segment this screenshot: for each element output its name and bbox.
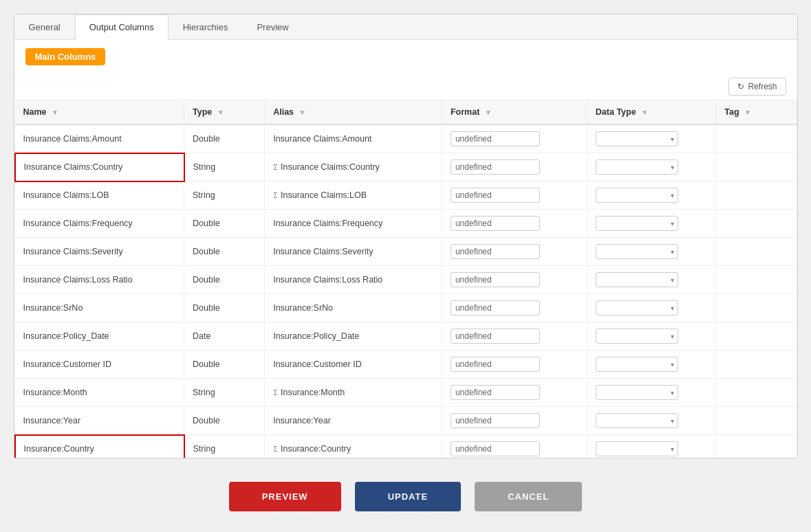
cell-datatype[interactable] <box>587 407 715 435</box>
cell-format[interactable] <box>442 322 587 351</box>
cell-alias: ΣInsurance Claims:LOB <box>265 181 442 210</box>
format-input[interactable] <box>451 385 540 400</box>
format-input[interactable] <box>451 300 540 315</box>
alias-filter-icon[interactable]: ▼ <box>299 109 306 116</box>
datatype-select[interactable] <box>596 216 678 231</box>
datatype-select[interactable] <box>596 131 678 146</box>
cell-format[interactable] <box>442 124 587 153</box>
tab-general[interactable]: General <box>14 14 75 39</box>
cell-datatype[interactable] <box>587 124 715 153</box>
cell-tag <box>716 322 797 351</box>
cell-datatype[interactable] <box>587 266 715 294</box>
datatype-select[interactable] <box>596 244 678 259</box>
col-header-type[interactable]: Type ▼ <box>184 100 265 124</box>
sigma-icon: Σ <box>273 191 278 199</box>
cell-format[interactable] <box>442 407 587 435</box>
name-filter-icon[interactable]: ▼ <box>52 109 58 116</box>
col-header-tag[interactable]: Tag ▼ <box>716 100 797 124</box>
datatype-select[interactable] <box>596 272 678 287</box>
datatype-select-wrapper[interactable] <box>596 272 678 287</box>
datatype-select-wrapper[interactable] <box>596 131 678 146</box>
cell-datatype[interactable] <box>587 153 715 181</box>
cell-format[interactable] <box>442 435 587 458</box>
cell-name: Insurance:Month <box>15 379 184 407</box>
format-input[interactable] <box>451 357 540 372</box>
cell-type: Double <box>184 238 265 266</box>
cell-datatype[interactable] <box>587 238 715 266</box>
cell-format[interactable] <box>442 153 587 181</box>
type-filter-icon[interactable]: ▼ <box>217 109 224 116</box>
format-input[interactable] <box>451 159 540 175</box>
datatype-select-wrapper[interactable] <box>596 244 678 259</box>
table-row: Insurance:Policy_DateDateInsurance:Polic… <box>15 322 797 351</box>
cell-format[interactable] <box>442 294 587 322</box>
col-header-name[interactable]: Name ▼ <box>15 100 184 124</box>
table-row: Insurance Claims:Loss RatioDoubleInsuran… <box>15 266 797 294</box>
format-input[interactable] <box>451 188 540 203</box>
cell-format[interactable] <box>442 238 587 266</box>
col-header-alias[interactable]: Alias ▼ <box>265 100 442 124</box>
format-input[interactable] <box>451 244 540 259</box>
cell-datatype[interactable] <box>587 181 715 210</box>
table-wrapper[interactable]: Name ▼ Type ▼ Alias ▼ Format ▼ <box>14 100 797 458</box>
datatype-select-wrapper[interactable] <box>596 441 678 456</box>
cell-alias: ΣInsurance:Country <box>265 435 442 458</box>
cell-datatype[interactable] <box>587 322 715 351</box>
format-input[interactable] <box>451 329 540 344</box>
datatype-select-wrapper[interactable] <box>596 329 678 344</box>
cell-format[interactable] <box>442 351 587 379</box>
tab-output-columns[interactable]: Output Columns <box>75 14 169 40</box>
cell-datatype[interactable] <box>587 379 715 407</box>
cell-name: Insurance:SrNo <box>15 294 184 322</box>
datatype-select[interactable] <box>596 357 678 372</box>
cell-name: Insurance Claims:Country <box>15 153 184 181</box>
tag-filter-icon[interactable]: ▼ <box>744 109 751 116</box>
cell-datatype[interactable] <box>587 351 715 379</box>
cell-format[interactable] <box>442 210 587 238</box>
datatype-select-wrapper[interactable] <box>596 385 678 400</box>
datatype-select[interactable] <box>596 441 678 456</box>
format-input[interactable] <box>451 413 540 428</box>
format-input[interactable] <box>451 441 540 456</box>
datatype-select-wrapper[interactable] <box>596 188 678 203</box>
datatype-select[interactable] <box>596 329 678 344</box>
cell-alias: Insurance Claims:Severity <box>265 238 442 266</box>
datatype-select-wrapper[interactable] <box>596 357 678 372</box>
cell-format[interactable] <box>442 379 587 407</box>
cell-format[interactable] <box>442 266 587 294</box>
datatype-select[interactable] <box>596 188 678 203</box>
datatype-select-wrapper[interactable] <box>596 413 678 428</box>
format-input[interactable] <box>451 272 540 287</box>
table-header-row: Name ▼ Type ▼ Alias ▼ Format ▼ <box>15 100 797 124</box>
datatype-select[interactable] <box>596 413 678 428</box>
refresh-icon: ↻ <box>737 82 744 91</box>
datatype-select[interactable] <box>596 300 678 315</box>
datatype-select-wrapper[interactable] <box>596 159 678 175</box>
tab-preview[interactable]: Preview <box>242 14 303 39</box>
cell-datatype[interactable] <box>587 294 715 322</box>
cell-datatype[interactable] <box>587 210 715 238</box>
tab-hierarchies[interactable]: Hierarchies <box>169 14 243 39</box>
datatype-select[interactable] <box>596 159 678 175</box>
datatype-select-wrapper[interactable] <box>596 216 678 231</box>
cell-tag <box>716 238 797 266</box>
update-button[interactable]: UPDATE <box>355 482 461 511</box>
cell-alias: Insurance:Policy_Date <box>265 322 442 351</box>
cell-datatype[interactable] <box>587 435 715 458</box>
preview-button[interactable]: PREVIEW <box>229 482 341 511</box>
cell-format[interactable] <box>442 181 587 210</box>
cancel-button[interactable]: CANCEL <box>475 482 582 511</box>
refresh-button[interactable]: ↻ Refresh <box>728 78 786 96</box>
col-header-format[interactable]: Format ▼ <box>442 100 587 124</box>
format-input[interactable] <box>451 131 540 146</box>
footer: PREVIEW UPDATE CANCEL <box>229 465 583 525</box>
format-filter-icon[interactable]: ▼ <box>485 109 492 116</box>
col-header-datatype[interactable]: Data Type ▼ <box>587 100 715 124</box>
cell-tag <box>716 210 797 238</box>
datatype-select[interactable] <box>596 385 678 400</box>
datatype-filter-icon[interactable]: ▼ <box>641 109 648 116</box>
cell-tag <box>716 153 797 181</box>
cell-tag <box>716 351 797 379</box>
datatype-select-wrapper[interactable] <box>596 300 678 315</box>
format-input[interactable] <box>451 216 540 231</box>
